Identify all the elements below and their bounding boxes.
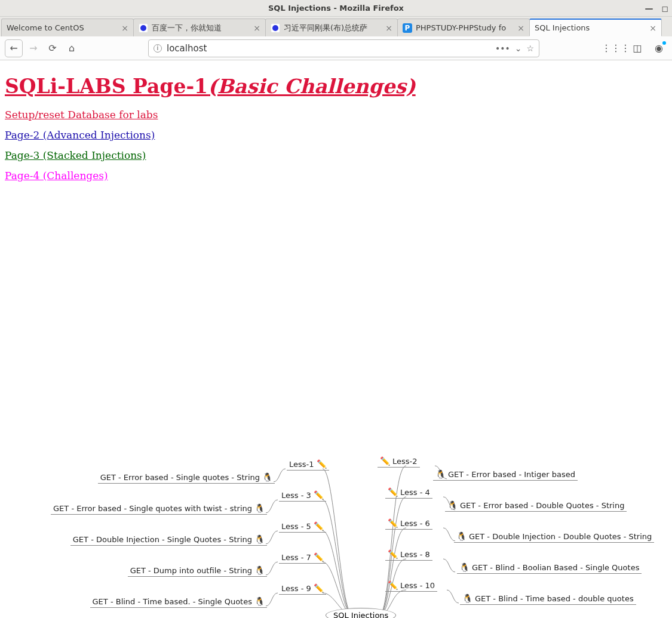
page-content: SQLi-LABS Page-1(Basic Challenges) Setup… bbox=[0, 60, 672, 618]
bookmark-star-icon[interactable]: ☆ bbox=[526, 44, 534, 53]
baidu-favicon-icon bbox=[271, 23, 280, 33]
node-label: GET - Error based - Intiger based bbox=[448, 470, 575, 479]
node-less-9[interactable]: Less - 9✏️ bbox=[279, 583, 326, 595]
info-icon[interactable]: i bbox=[154, 44, 162, 53]
node-label: GET - Dump into outfile - String bbox=[130, 566, 252, 575]
node-desc-10[interactable]: 🐧GET - Blind - Time based - double quote… bbox=[460, 594, 636, 605]
phpstudy-favicon-icon: P bbox=[403, 23, 412, 33]
node-label: Less - 7 bbox=[281, 553, 311, 562]
node-label: Less - 6 bbox=[400, 519, 430, 528]
window-minimize-button[interactable]: — bbox=[645, 4, 653, 13]
page-title-link[interactable]: SQLi-LABS Page-1(Basic Challenges) bbox=[5, 75, 416, 98]
pencil-icon: ✏️ bbox=[388, 487, 398, 497]
window-title: SQL Injections - Mozilla Firefox bbox=[268, 4, 404, 13]
tux-icon: 🐧 bbox=[459, 562, 470, 572]
node-less-4[interactable]: ✏️Less - 4 bbox=[385, 487, 432, 499]
close-icon[interactable]: × bbox=[517, 23, 524, 33]
node-desc-3[interactable]: GET - Error based - Single quotes with t… bbox=[51, 503, 267, 515]
node-desc-4[interactable]: 🐧GET - Error based - Double Quotes - Str… bbox=[445, 500, 627, 512]
close-icon[interactable]: × bbox=[121, 23, 128, 33]
pencil-icon: ✏️ bbox=[314, 521, 324, 531]
tab-title: 百度一下，你就知道 bbox=[152, 23, 250, 33]
node-label: Less - 3 bbox=[281, 491, 311, 500]
node-label: Less-2 bbox=[392, 457, 418, 466]
tab-phpstudy[interactable]: P PHPSTUDY-PHPStudy fo × bbox=[397, 19, 530, 36]
node-desc-8[interactable]: 🐧GET - Blind - Boolian Based - Single Qu… bbox=[457, 562, 642, 574]
node-desc-7[interactable]: GET - Dump into outfile - String🐧 bbox=[128, 565, 267, 577]
close-icon[interactable]: × bbox=[385, 23, 392, 33]
pencil-icon: ✏️ bbox=[314, 583, 324, 593]
heading-em: (Basic Challenges) bbox=[208, 75, 416, 98]
tab-news[interactable]: 习近平同刚果(布)总统萨 × bbox=[265, 19, 398, 36]
mindmap: SQL Injections Less-1✏️ GET - Error base… bbox=[0, 451, 672, 618]
sidebar-icon[interactable]: ◫ bbox=[629, 40, 646, 57]
link-page3[interactable]: Page-3 (Stacked Injections) bbox=[5, 149, 146, 161]
node-desc-2[interactable]: 🐧GET - Error based - Intiger based bbox=[433, 469, 578, 481]
page-action-icon[interactable]: ••• bbox=[495, 44, 510, 53]
tux-icon: 🐧 bbox=[254, 534, 265, 544]
pencil-icon: ✏️ bbox=[388, 549, 398, 559]
node-less-7[interactable]: Less - 7✏️ bbox=[279, 552, 326, 564]
window-titlebar: SQL Injections - Mozilla Firefox — ◻ bbox=[0, 0, 672, 17]
reload-button[interactable]: ⟳ bbox=[44, 40, 61, 57]
pencil-icon: ✏️ bbox=[314, 552, 324, 562]
close-icon[interactable]: × bbox=[253, 23, 260, 33]
tab-title: 习近平同刚果(布)总统萨 bbox=[284, 23, 382, 33]
node-desc-9[interactable]: GET - Blind - Time based. - Single Quote… bbox=[90, 597, 267, 608]
node-less-6[interactable]: ✏️Less - 6 bbox=[385, 518, 432, 530]
pencil-icon: ✏️ bbox=[388, 580, 398, 590]
tux-icon: 🐧 bbox=[462, 594, 472, 603]
pocket-icon[interactable]: ⌄ bbox=[515, 44, 522, 53]
tab-baidu[interactable]: 百度一下，你就知道 × bbox=[133, 19, 266, 36]
node-less-5[interactable]: Less - 5✏️ bbox=[279, 521, 326, 533]
node-label: GET - Blind - Time based - double quotes bbox=[475, 594, 634, 603]
node-label: GET - Error based - Single quotes with t… bbox=[53, 504, 252, 513]
node-label: GET - Blind - Boolian Based - Single Quo… bbox=[472, 563, 639, 572]
close-icon[interactable]: × bbox=[649, 23, 656, 33]
library-icon[interactable]: ⋮⋮⋮ bbox=[607, 40, 624, 57]
url-text: localhost bbox=[167, 43, 490, 54]
link-page4[interactable]: Page-4 (Challenges) bbox=[5, 170, 108, 182]
window-maximize-button[interactable]: ◻ bbox=[661, 4, 668, 13]
node-less-8[interactable]: ✏️Less - 8 bbox=[385, 549, 432, 561]
node-desc-1[interactable]: GET - Error based - Single quotes - Stri… bbox=[98, 472, 275, 484]
node-label: GET - Error based - Double Quotes - Stri… bbox=[460, 501, 624, 510]
node-label: Less - 10 bbox=[400, 581, 435, 590]
tab-sql-injections[interactable]: SQL Injections × bbox=[529, 19, 662, 36]
nav-links: Setup/reset Database for labs Page-2 (Ad… bbox=[5, 109, 667, 182]
pencil-icon: ✏️ bbox=[314, 490, 324, 500]
node-less-10[interactable]: ✏️Less - 10 bbox=[385, 580, 437, 592]
node-desc-5[interactable]: GET - Double Injection - Single Quotes -… bbox=[70, 534, 267, 546]
node-less-1[interactable]: Less-1✏️ bbox=[287, 459, 329, 471]
tab-title: Welcome to CentOS bbox=[7, 23, 118, 32]
tux-icon: 🐧 bbox=[456, 531, 467, 541]
tux-icon: 🐧 bbox=[262, 472, 272, 482]
link-page2[interactable]: Page-2 (Advanced Injections) bbox=[5, 129, 155, 141]
node-label: Less-1 bbox=[289, 460, 314, 469]
node-label: Less - 4 bbox=[400, 488, 430, 497]
browser-tabstrip: Welcome to CentOS × 百度一下，你就知道 × 习近平同刚果(布… bbox=[0, 17, 672, 36]
node-label: GET - Blind - Time based. - Single Quote… bbox=[93, 597, 252, 606]
tab-centos[interactable]: Welcome to CentOS × bbox=[1, 19, 134, 36]
node-label: Less - 9 bbox=[281, 584, 311, 593]
baidu-favicon-icon bbox=[139, 23, 148, 33]
node-label: GET - Double Injection - Double Quotes -… bbox=[469, 532, 652, 541]
link-setup-db[interactable]: Setup/reset Database for labs bbox=[5, 109, 158, 121]
pencil-icon: ✏️ bbox=[317, 459, 327, 469]
node-less-3[interactable]: Less - 3✏️ bbox=[279, 490, 326, 502]
tux-icon: 🐧 bbox=[254, 597, 265, 606]
node-less-2[interactable]: ✏️Less-2 bbox=[378, 456, 420, 468]
forward-button[interactable]: → bbox=[25, 40, 42, 57]
tux-icon: 🐧 bbox=[447, 500, 458, 510]
tux-icon: 🐧 bbox=[435, 469, 446, 479]
home-button[interactable]: ⌂ bbox=[63, 40, 80, 57]
heading-main: SQLi-LABS Page-1 bbox=[5, 75, 208, 98]
node-label: Less - 5 bbox=[281, 522, 311, 531]
back-button[interactable]: ← bbox=[5, 39, 23, 57]
tux-icon: 🐧 bbox=[254, 565, 265, 575]
url-bar[interactable]: i localhost ••• ⌄ ☆ bbox=[148, 39, 539, 57]
account-icon[interactable]: ◉ bbox=[650, 40, 667, 57]
browser-navbar: ← → ⟳ ⌂ i localhost ••• ⌄ ☆ ⋮⋮⋮ ◫ ◉ bbox=[0, 36, 672, 60]
node-desc-6[interactable]: 🐧GET - Double Injection - Double Quotes … bbox=[454, 531, 654, 543]
pencil-icon: ✏️ bbox=[380, 456, 390, 466]
